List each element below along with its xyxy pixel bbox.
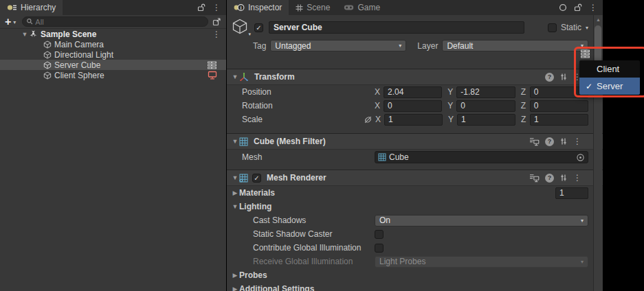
tab-game[interactable]: Game xyxy=(337,0,387,15)
static-checkbox[interactable] xyxy=(548,23,557,32)
transform-header[interactable]: ▼ Transform ? ⋮ xyxy=(227,69,603,85)
active-checkbox[interactable]: ✓ xyxy=(254,23,263,32)
additional-settings-foldout-row[interactable]: ▶ Additional Settings xyxy=(231,282,588,291)
presets-icon[interactable] xyxy=(559,137,568,146)
hierarchy-search-field[interactable] xyxy=(22,16,208,27)
probes-foldout-row[interactable]: ▶ Probes xyxy=(231,268,588,282)
item-label: Server Cube xyxy=(54,60,100,70)
static-dropdown-caret-icon[interactable]: ▾ xyxy=(586,25,588,31)
mesh-object-field[interactable]: Cube xyxy=(375,151,588,163)
component-menu-icon[interactable]: ⋮ xyxy=(573,174,581,182)
item-label: Client Sphere xyxy=(54,71,104,80)
axis-y-label[interactable]: Y xyxy=(447,101,454,110)
popup-item-client[interactable]: Client xyxy=(579,60,640,78)
axis-z-label[interactable]: Z xyxy=(521,87,527,97)
foldout-collapsed-icon[interactable]: ▶ xyxy=(231,286,239,291)
create-object-button[interactable]: + xyxy=(5,16,11,27)
help-icon[interactable]: ? xyxy=(545,174,554,183)
presets-icon[interactable] xyxy=(559,174,568,182)
axis-x-label[interactable]: X xyxy=(375,87,381,97)
scale-label: Scale xyxy=(242,115,364,124)
multiplayer-visibility-icon[interactable] xyxy=(529,137,540,146)
scene-tab-label: Scene xyxy=(307,3,330,12)
axis-x-label[interactable]: X xyxy=(375,101,381,110)
axis-z-label[interactable]: Z xyxy=(521,101,527,110)
materials-row[interactable]: ▶ Materials 1 xyxy=(231,186,588,200)
rotation-z-field[interactable]: 0 xyxy=(530,100,588,112)
lighting-foldout-row[interactable]: ▼ Lighting xyxy=(231,200,588,213)
check-icon: ✓ xyxy=(586,82,592,91)
tree-row-directional-light[interactable]: Directional Light xyxy=(0,49,226,60)
gameobject-icon-selector[interactable]: ▾ xyxy=(231,18,250,36)
axis-x-label[interactable]: X xyxy=(375,115,381,124)
foldout-icon[interactable]: ▼ xyxy=(231,73,239,80)
client-monitor-icon[interactable] xyxy=(208,71,217,80)
cast-shadows-label: Cast Shadows xyxy=(253,216,375,225)
mesh-filter-header[interactable]: ▼ Cube (Mesh Filter) ? ⋮ xyxy=(227,133,603,150)
lock-icon[interactable] xyxy=(197,3,206,12)
mesh-renderer-icon xyxy=(239,174,248,183)
search-icon xyxy=(26,18,34,25)
server-icon[interactable] xyxy=(207,61,217,69)
chevron-down-icon: ▾ xyxy=(581,218,584,224)
position-y-field[interactable]: -1.82 xyxy=(456,86,515,98)
static-shadow-caster-checkbox[interactable] xyxy=(375,230,384,239)
auto-refresh-circle-icon[interactable] xyxy=(559,3,567,12)
scrollbar-up-arrow-icon[interactable]: ▲ xyxy=(594,17,603,22)
create-dropdown-caret-icon[interactable]: ▾ xyxy=(13,19,16,25)
tree-row-server-cube[interactable]: Server Cube xyxy=(0,60,226,70)
multiplayer-role-button[interactable] xyxy=(580,49,590,58)
help-icon[interactable]: ? xyxy=(545,137,554,146)
foldout-icon[interactable]: ▼ xyxy=(231,138,239,145)
pick-object-icon[interactable] xyxy=(212,17,221,26)
scene-menu-icon[interactable]: ⋮ xyxy=(212,30,221,38)
axis-y-label[interactable]: Y xyxy=(447,87,454,97)
tag-dropdown[interactable]: Untagged ▾ xyxy=(270,40,406,51)
scale-x-field[interactable]: 1 xyxy=(384,114,443,126)
foldout-icon[interactable]: ▼ xyxy=(21,31,29,38)
tab-inspector[interactable]: i Inspector xyxy=(227,0,289,15)
hierarchy-toolbar: + ▾ xyxy=(0,15,226,29)
presets-icon[interactable] xyxy=(559,73,568,81)
scale-row: Scale X 1 Y 1 Z 1 xyxy=(231,113,588,126)
link-scale-icon[interactable] xyxy=(364,115,373,124)
axis-z-label[interactable]: Z xyxy=(521,115,527,124)
lock-icon[interactable] xyxy=(574,3,582,12)
tree-row-client-sphere[interactable]: Client Sphere xyxy=(0,70,226,80)
layer-dropdown[interactable]: Default ▾ xyxy=(442,40,588,51)
foldout-collapsed-icon[interactable]: ▶ xyxy=(231,272,239,279)
tag-value: Untagged xyxy=(275,41,311,51)
scale-y-field[interactable]: 1 xyxy=(457,114,515,126)
component-menu-icon[interactable]: ⋮ xyxy=(573,137,581,146)
cast-shadows-dropdown[interactable]: On ▾ xyxy=(375,215,588,226)
tree-row-sample-scene[interactable]: ▼ Sample Scene ⋮ xyxy=(0,29,226,39)
object-picker-icon[interactable] xyxy=(576,153,585,162)
probes-label: Probes xyxy=(239,270,267,280)
multiplayer-visibility-icon[interactable] xyxy=(529,174,540,183)
inspector-menu-icon[interactable]: ⋮ xyxy=(589,3,597,12)
inspector-content: ▾ ✓ Static ▾ Tag Untagged ▾ xyxy=(227,15,603,291)
mesh-filter-title: Cube (Mesh Filter) xyxy=(254,137,326,146)
search-input[interactable] xyxy=(35,18,204,26)
inspector-tab-icon: i xyxy=(234,3,245,12)
popup-item-server[interactable]: ✓ Server xyxy=(579,78,640,95)
hierarchy-menu-icon[interactable]: ⋮ xyxy=(212,3,221,12)
tree-row-main-camera[interactable]: Main Camera xyxy=(0,39,226,49)
foldout-icon[interactable]: ▼ xyxy=(231,203,239,210)
position-x-field[interactable]: 2.04 xyxy=(384,86,442,98)
gameobject-name-field[interactable] xyxy=(269,21,524,34)
foldout-icon[interactable]: ▼ xyxy=(231,174,239,181)
scale-z-field[interactable]: 1 xyxy=(530,114,588,126)
mesh-renderer-header[interactable]: ▼ ✓ Mesh Renderer ? ⋮ xyxy=(227,170,603,186)
renderer-enabled-checkbox[interactable]: ✓ xyxy=(252,174,261,183)
materials-count-field[interactable]: 1 xyxy=(555,187,588,199)
help-icon[interactable]: ? xyxy=(545,73,554,82)
rotation-x-field[interactable]: 0 xyxy=(384,100,442,112)
tab-hierarchy[interactable]: Hierarchy xyxy=(0,0,63,15)
tab-scene[interactable]: Scene xyxy=(289,0,337,15)
contribute-gi-checkbox[interactable] xyxy=(375,244,384,253)
axis-y-label[interactable]: Y xyxy=(448,115,454,124)
rotation-y-field[interactable]: 0 xyxy=(456,100,515,112)
inspector-scrollbar[interactable]: ▲ xyxy=(593,15,602,291)
foldout-collapsed-icon[interactable]: ▶ xyxy=(231,189,239,196)
